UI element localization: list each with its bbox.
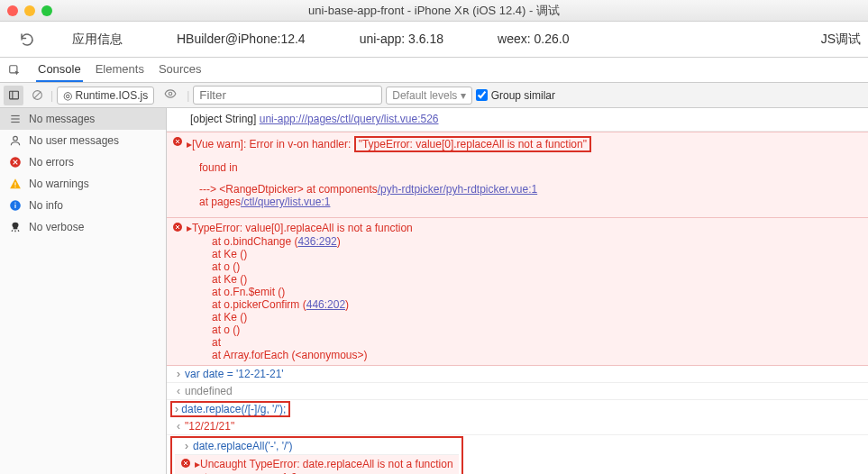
console-input-line: › date.replace(/[-]/g, '/');	[170, 401, 290, 417]
tab-sources[interactable]: Sources	[157, 58, 204, 82]
live-expr-icon[interactable]	[158, 85, 183, 105]
log-levels-select[interactable]: Default levels ▾	[386, 87, 471, 105]
minimize-icon[interactable]	[24, 5, 35, 16]
group-similar-label: Group similar	[491, 89, 555, 102]
uniapp-label: uni-app: 3.6.18	[360, 32, 443, 48]
svg-line-20	[18, 231, 19, 232]
error-icon	[172, 136, 183, 150]
svg-rect-14	[14, 205, 15, 208]
filter-input[interactable]	[193, 86, 382, 105]
sidebar-item-user[interactable]: No user messages	[0, 130, 166, 151]
prompt-icon: ›	[172, 368, 185, 380]
svg-point-9	[14, 136, 18, 141]
tab-elements[interactable]: Elements	[94, 58, 146, 82]
sidebar-label: No errors	[29, 156, 74, 169]
svg-point-5	[169, 92, 172, 96]
svg-line-4	[33, 92, 41, 99]
source-link[interactable]: /pyh-rdtpicker/pyh-rdtpicker.vue:1	[378, 183, 537, 196]
source-link[interactable]: 446:202	[306, 298, 345, 311]
log-line-error: ▸[Vue warn]: Error in v-on handler: "Typ…	[167, 132, 868, 218]
sidebar-label: No warnings	[29, 178, 89, 190]
svg-rect-12	[14, 187, 15, 187]
reload-button[interactable]	[0, 32, 54, 48]
console-output[interactable]: [object String] uni-app:///pages/ctl/que…	[167, 108, 868, 474]
prompt-icon: ›	[175, 403, 178, 415]
app-info-label[interactable]: 应用信息	[72, 32, 123, 48]
app-toolbar: 应用信息 HBuilder@iPhone:12.4 uni-app: 3.6.1…	[0, 22, 868, 58]
sidebar-label: No messages	[29, 113, 95, 125]
devtools-tabstrip: Console Elements Sources	[0, 58, 868, 83]
zoom-icon[interactable]	[41, 5, 52, 16]
console-output-line: ‹ undefined	[167, 383, 868, 400]
sidebar-item-verbose[interactable]: No verbose	[0, 216, 166, 238]
svg-rect-15	[14, 203, 15, 204]
sidebar-label: No user messages	[29, 134, 119, 147]
sidebar-item-info[interactable]: No info	[0, 195, 166, 216]
svg-point-16	[13, 223, 19, 228]
group-similar-checkbox[interactable]: Group similar	[476, 89, 555, 102]
console-input-line: › var date = '12-21-21'	[167, 366, 868, 383]
sidebar-label: No verbose	[29, 221, 84, 233]
clear-console-icon[interactable]	[27, 86, 47, 105]
source-link[interactable]: /ctl/query/list.vue:1	[241, 196, 330, 208]
tab-console[interactable]: Console	[36, 58, 83, 82]
highlighted-block: › date.replaceAll('-', '/') ▸Uncaught Ty…	[170, 436, 463, 474]
console-output-line: ‹ "12/21/21"	[167, 418, 868, 435]
log-line-error: ▸TypeError: value[0].replaceAll is not a…	[167, 218, 868, 366]
error-icon	[172, 222, 183, 235]
weex-label: weex: 0.26.0	[498, 32, 569, 48]
sidebar-item-warnings[interactable]: No warnings	[0, 173, 166, 195]
window-title: uni-base-app-front - iPhone Xʀ (iOS 12.4…	[0, 3, 868, 19]
jsdebug-label[interactable]: JS调试	[821, 32, 868, 48]
return-icon: ‹	[172, 385, 185, 397]
titlebar: uni-base-app-front - iPhone Xʀ (iOS 12.4…	[0, 0, 868, 22]
context-selector[interactable]: ◎ Runtime.IOS.js	[57, 87, 154, 105]
return-icon: ‹	[172, 420, 185, 433]
sidebar-item-errors[interactable]: No errors	[0, 151, 166, 173]
svg-rect-17	[14, 227, 18, 229]
svg-rect-11	[14, 182, 15, 186]
close-icon[interactable]	[7, 5, 18, 16]
sidebar-item-messages[interactable]: No messages	[0, 108, 166, 130]
hbuilder-label: HBuilder@iPhone:12.4	[177, 32, 306, 48]
inspect-icon[interactable]	[4, 59, 25, 81]
group-similar-input[interactable]	[476, 89, 488, 101]
source-link[interactable]: uni-app:///pages/ctl/query/list.vue:526	[260, 113, 439, 125]
svg-rect-1	[9, 91, 18, 99]
error-icon	[180, 458, 191, 471]
log-line: [object String] uni-app:///pages/ctl/que…	[167, 108, 868, 132]
prompt-icon: ›	[180, 440, 193, 452]
console-filterbar: | ◎ Runtime.IOS.js | Default levels ▾ Gr…	[0, 83, 868, 108]
sidebar-label: No info	[29, 199, 63, 212]
console-sidebar: No messages No user messages No errors N…	[0, 108, 167, 474]
traffic-lights	[7, 5, 52, 16]
sidebar-toggle-icon[interactable]	[4, 86, 23, 105]
svg-line-18	[12, 231, 13, 232]
source-link[interactable]: 436:292	[297, 235, 336, 248]
